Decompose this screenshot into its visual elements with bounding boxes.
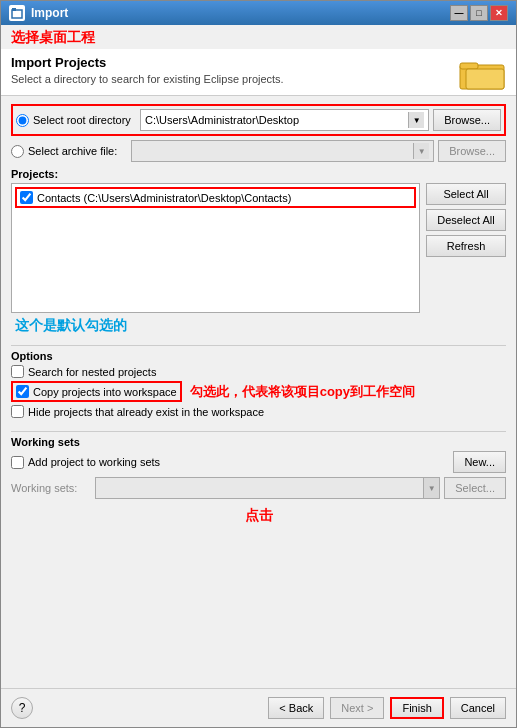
projects-label: Projects: [11, 168, 506, 180]
nested-checkbox[interactable] [11, 365, 24, 378]
title-annotation: 选择桌面工程 [11, 29, 506, 47]
add-working-sets-checkbox[interactable] [11, 456, 24, 469]
window-controls: — □ ✕ [450, 5, 508, 21]
working-sets-section: Working sets Add project to working sets… [11, 436, 506, 499]
add-working-sets-label: Add project to working sets [28, 456, 160, 468]
working-sets-combo: ▼ [95, 477, 440, 499]
archive-row: Select archive file: ▼ Browse... [11, 140, 506, 162]
archive-browse-button: Browse... [438, 140, 506, 162]
select-working-set-button: Select... [444, 477, 506, 499]
copy-option-row: Copy projects into workspace [11, 381, 182, 402]
refresh-button[interactable]: Refresh [426, 235, 506, 257]
svg-rect-4 [466, 69, 504, 89]
svg-rect-3 [460, 63, 478, 69]
title-annotation-area: 选择桌面工程 [1, 25, 516, 49]
working-sets-field-row: Working sets: ▼ Select... [11, 477, 506, 499]
projects-list-container: Contacts (C:\Users\Administrator\Desktop… [11, 183, 420, 335]
svg-rect-0 [12, 10, 22, 18]
hide-label: Hide projects that already exist in the … [28, 406, 264, 418]
window-icon [9, 5, 25, 21]
click-annotation: 点击 [11, 507, 506, 525]
project-label: Contacts (C:\Users\Administrator\Desktop… [37, 192, 291, 204]
options-section: Options Search for nested projects Copy … [11, 350, 506, 421]
svg-rect-1 [12, 8, 16, 11]
minimize-button[interactable]: — [450, 5, 468, 21]
root-dir-combo[interactable]: C:\Users\Administrator\Desktop ▼ [140, 109, 429, 131]
projects-list: Contacts (C:\Users\Administrator\Desktop… [11, 183, 420, 313]
project-item: Contacts (C:\Users\Administrator\Desktop… [15, 187, 416, 208]
root-dir-inner: Select root directory C:\Users\Administr… [16, 109, 501, 131]
divider-1 [11, 345, 506, 346]
projects-buttons: Select All Deselect All Refresh [426, 183, 506, 335]
cancel-button[interactable]: Cancel [450, 697, 506, 719]
nested-label: Search for nested projects [28, 366, 156, 378]
divider-2 [11, 431, 506, 432]
working-sets-field-label: Working sets: [11, 482, 91, 494]
title-bar: Import — □ ✕ [1, 1, 516, 25]
archive-combo: ▼ [131, 140, 434, 162]
maximize-button[interactable]: □ [470, 5, 488, 21]
archive-radio-label[interactable]: Select archive file: [11, 145, 131, 158]
help-button[interactable]: ? [11, 697, 33, 719]
dialog-title: Import Projects [11, 55, 450, 70]
content-area: Select root directory C:\Users\Administr… [1, 96, 516, 688]
archive-field-row: ▼ Browse... [131, 140, 506, 162]
window-title: Import [31, 6, 450, 20]
deselect-all-button[interactable]: Deselect All [426, 209, 506, 231]
root-dir-browse-button[interactable]: Browse... [433, 109, 501, 131]
close-button[interactable]: ✕ [490, 5, 508, 21]
projects-container: Contacts (C:\Users\Administrator\Desktop… [11, 183, 506, 335]
bottom-bar: ? < Back Next > Finish Cancel [1, 688, 516, 727]
add-working-sets-row: Add project to working sets New... [11, 451, 506, 473]
hide-checkbox[interactable] [11, 405, 24, 418]
select-all-button[interactable]: Select All [426, 183, 506, 205]
nested-option-row: Search for nested projects [11, 365, 506, 378]
archive-arrow: ▼ [413, 143, 429, 159]
root-dir-arrow[interactable]: ▼ [408, 112, 424, 128]
root-dir-value: C:\Users\Administrator\Desktop [145, 114, 408, 126]
copy-annotation: 勾选此，代表将该项目copy到工作空间 [190, 383, 415, 401]
project-checkbox[interactable] [20, 191, 33, 204]
finish-button[interactable]: Finish [390, 697, 443, 719]
import-dialog: Import — □ ✕ 选择桌面工程 Import Projects Sele… [0, 0, 517, 728]
root-dir-radio[interactable] [16, 114, 29, 127]
new-working-set-button[interactable]: New... [453, 451, 506, 473]
options-label: Options [11, 350, 506, 362]
dialog-header: Import Projects Select a directory to se… [1, 49, 516, 96]
hide-option-row: Hide projects that already exist in the … [11, 405, 506, 418]
folder-icon [458, 55, 506, 91]
header-text: Import Projects Select a directory to se… [11, 55, 450, 85]
archive-radio[interactable] [11, 145, 24, 158]
projects-section: Projects: Contacts (C:\Users\Administrat… [11, 168, 506, 335]
back-button[interactable]: < Back [268, 697, 324, 719]
working-sets-combo-arrow: ▼ [423, 478, 439, 498]
project-annotation: 这个是默认勾选的 [11, 317, 420, 335]
copy-option-area: Copy projects into workspace 勾选此，代表将该项目c… [11, 381, 506, 402]
copy-checkbox[interactable] [16, 385, 29, 398]
next-button: Next > [330, 697, 384, 719]
dialog-description: Select a directory to search for existin… [11, 73, 450, 85]
copy-label: Copy projects into workspace [33, 386, 177, 398]
root-dir-radio-label[interactable]: Select root directory [16, 114, 136, 127]
root-dir-row: Select root directory C:\Users\Administr… [11, 104, 506, 136]
working-sets-label: Working sets [11, 436, 506, 448]
